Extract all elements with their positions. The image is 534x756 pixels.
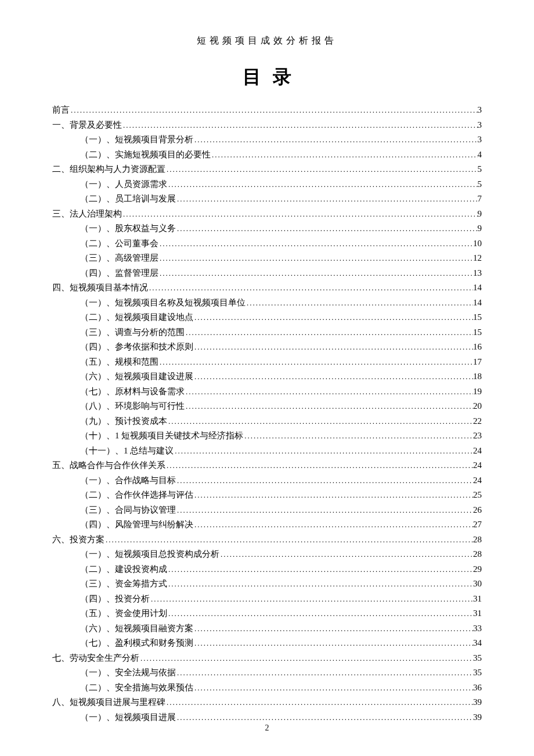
toc-entry: （三）、高级管理层12 [52, 251, 482, 266]
toc-entry-label: （七）、盈利模式和财务预测 [80, 636, 193, 651]
toc-entry: （一）、短视频项目进展39 [52, 710, 482, 725]
toc-entry-label: 前言 [52, 103, 70, 118]
toc-entry-page: 35 [473, 651, 482, 666]
toc-entry: 八、短视频项目进展与里程碑39 [52, 695, 482, 710]
toc-entry: （一）、安全法规与依据35 [52, 665, 482, 681]
toc-entry-page: 22 [473, 414, 482, 429]
toc-entry: （四）、投资分析 31 [52, 592, 482, 607]
toc-entry-label: （一）、短视频项目进展 [80, 710, 176, 725]
toc-entry: （五）、资金使用计划31 [52, 606, 482, 621]
toc-entry-page: 25 [473, 488, 482, 503]
toc-leader-dots [193, 681, 473, 696]
toc-entry-label: 二、组织架构与人力资源配置 [52, 162, 165, 177]
toc-leader-dots [167, 606, 473, 621]
toc-entry-page: 10 [473, 236, 482, 251]
toc-entry-page: 24 [473, 444, 482, 459]
toc-leader-dots [219, 547, 473, 562]
toc-leader-dots [176, 710, 473, 725]
toc-entry: （六）、短视频项目建设进展18 [52, 369, 482, 384]
toc-leader-dots [158, 236, 473, 251]
toc-entry: （三）、资金筹措方式30 [52, 577, 482, 592]
toc-entry-page: 39 [473, 695, 482, 710]
page-number: 2 [0, 723, 534, 733]
toc-entry-page: 24 [473, 458, 482, 473]
toc-entry: （三）、调查与分析的范围15 [52, 325, 482, 340]
toc-entry-label: （五）、资金使用计划 [80, 606, 167, 621]
toc-entry: 前言3 [52, 103, 482, 118]
toc-entry-page: 13 [473, 266, 482, 281]
toc-entry-page: 12 [473, 251, 482, 266]
toc-leader-dots [185, 325, 473, 340]
toc-entry-label: （一）、股东权益与义务 [80, 221, 176, 236]
toc-entry: （二）、合作伙伴选择与评估25 [52, 488, 482, 503]
toc-entry-page: 28 [473, 547, 482, 562]
toc-leader-dots [193, 517, 473, 532]
toc-entry: （六）、短视频项目融资方案33 [52, 621, 482, 636]
toc-leader-dots [193, 340, 473, 355]
toc-entry-label: 一、背景及必要性 [52, 118, 122, 133]
toc-leader-dots [165, 458, 473, 473]
toc-entry-page: 4 [478, 147, 482, 163]
toc-leader-dots [193, 488, 473, 503]
toc-entry-label: （一）、短视频项目总投资构成分析 [80, 547, 219, 562]
toc-entry-label: （六）、短视频项目融资方案 [80, 621, 193, 636]
toc-entry-label: （五）、规模和范围 [80, 355, 158, 370]
toc-entry-label: （二）、安全措施与效果预估 [80, 681, 193, 696]
toc-entry-label: 七、劳动安全生产分析 [52, 651, 139, 666]
toc-entry-page: 7 [478, 192, 482, 207]
toc-entry: （三）、合同与协议管理26 [52, 503, 482, 518]
toc-leader-dots [150, 592, 473, 607]
toc-entry-label: （三）、资金筹措方式 [80, 577, 167, 592]
toc-entry-page: 3 [478, 103, 482, 118]
toc-entry-page: 31 [473, 606, 482, 621]
toc-leader-dots [176, 221, 478, 236]
toc-entry-label: （二）、短视频项目建设地点 [80, 310, 193, 325]
toc-entry: （一）、短视频项目名称及短视频项目单位14 [52, 296, 482, 311]
toc-entry: （四）、风险管理与纠纷解决27 [52, 517, 482, 532]
toc-entry-label: 六、投资方案 [52, 532, 104, 548]
toc-entry-page: 33 [473, 621, 482, 636]
toc-leader-dots [176, 192, 478, 207]
toc-entry-label: 五、战略合作与合作伙伴关系 [52, 458, 165, 473]
toc-entry-label: （三）、高级管理层 [80, 251, 158, 266]
toc-entry-label: （一）、安全法规与依据 [80, 665, 176, 681]
toc-entry-label: （四）、投资分析 [80, 592, 150, 607]
toc-leader-dots [243, 429, 473, 444]
toc-entry: （二）、建设投资构成29 [52, 562, 482, 577]
toc-entry-page: 14 [473, 296, 482, 311]
toc-leader-dots [104, 532, 473, 548]
toc-entry-label: （十一）、1 总结与建议 [80, 444, 174, 459]
toc-entry-page: 15 [473, 325, 482, 340]
toc-entry-page: 35 [473, 665, 482, 681]
toc-entry: 四、短视频项目基本情况14 [52, 280, 482, 296]
toc-entry-label: （二）、合作伙伴选择与评估 [80, 488, 193, 503]
toc-entry-page: 5 [478, 177, 482, 192]
toc-entry: 七、劳动安全生产分析35 [52, 651, 482, 666]
toc-leader-dots [165, 162, 478, 177]
toc-entry-label: （六）、短视频项目建设进展 [80, 369, 193, 384]
page-content: 短视频项目成效分析报告 目录 前言3一、背景及必要性3（一）、短视频项目背景分析… [0, 0, 534, 754]
toc-leader-dots [246, 296, 473, 311]
toc-leader-dots [193, 636, 473, 651]
toc-leader-dots [158, 266, 473, 281]
toc-leader-dots [193, 132, 478, 147]
toc-entry: （四）、参考依据和技术原则16 [52, 340, 482, 355]
toc-leader-dots [148, 280, 473, 296]
page-header: 短视频项目成效分析报告 [52, 35, 482, 47]
toc-entry-label: （一）、短视频项目名称及短视频项目单位 [80, 296, 246, 311]
toc-entry-label: （四）、参考依据和技术原则 [80, 340, 193, 355]
toc-entry-page: 3 [478, 132, 482, 147]
toc-entry: 五、战略合作与合作伙伴关系24 [52, 458, 482, 473]
toc-title: 目录 [52, 64, 482, 90]
toc-leader-dots [211, 147, 478, 163]
toc-leader-dots [158, 355, 473, 370]
toc-entry: （七）、盈利模式和财务预测34 [52, 636, 482, 651]
toc-entry: （一）、短视频项目背景分析3 [52, 132, 482, 147]
toc-entry-page: 34 [473, 636, 482, 651]
toc-entry: （一）、股东权益与义务9 [52, 221, 482, 236]
toc-entry-page: 3 [478, 118, 482, 133]
toc-entry-label: （二）、实施短视频项目的必要性 [80, 147, 211, 163]
toc-entry-page: 19 [473, 384, 482, 399]
toc-entry-label: （四）、风险管理与纠纷解决 [80, 517, 193, 532]
toc-entry-page: 28 [473, 532, 482, 548]
